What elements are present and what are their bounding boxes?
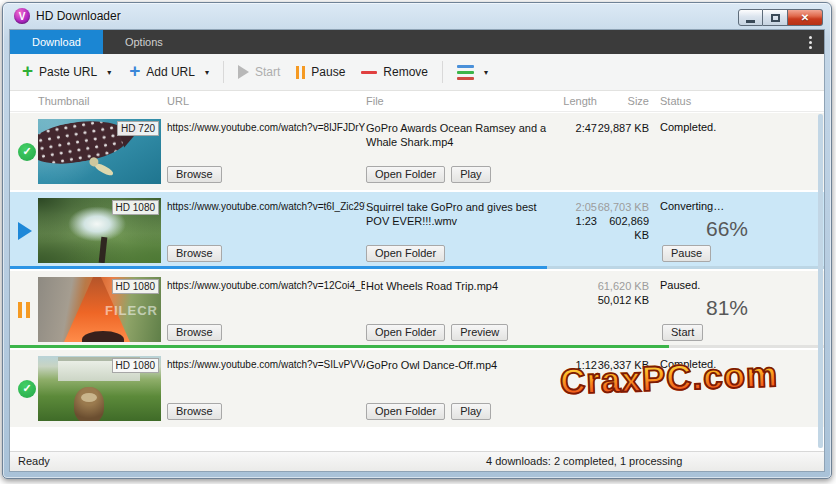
column-url[interactable]: URL	[167, 95, 189, 107]
paused-icon	[18, 302, 30, 318]
tab-options[interactable]: Options	[103, 30, 185, 54]
length-cell: 2:05 1:23	[540, 200, 597, 228]
app-window: V HD Downloader ✕ Download Options + Pas…	[2, 2, 832, 479]
add-url-label: Add URL	[146, 65, 195, 79]
progress-percent: 66%	[646, 217, 748, 241]
car-hood-graphic	[82, 331, 124, 342]
chevron-down-icon[interactable]: ▾	[107, 68, 111, 77]
play-button[interactable]: Play	[451, 403, 490, 420]
list-menu-icon	[457, 65, 474, 80]
table-row[interactable]: FILECR HD 1080 https://www.youtube.com/w…	[10, 271, 824, 348]
window-controls: ✕	[738, 9, 823, 26]
hd-badge: HD 1080	[112, 200, 159, 215]
close-icon: ✕	[801, 12, 809, 23]
column-length[interactable]: Length	[546, 95, 597, 107]
column-header-row: Thumbnail URL File Length Size Status	[10, 91, 824, 112]
playing-icon	[18, 222, 32, 240]
open-folder-button[interactable]: Open Folder	[366, 403, 445, 420]
video-thumbnail: HD 1080	[38, 198, 161, 263]
video-url: https://www.youtube.com/watch?v=12Coi4_B…	[167, 280, 365, 291]
video-thumbnail: HD 720	[38, 119, 161, 184]
app-logo-icon: V	[14, 8, 30, 24]
pause-row-button[interactable]: Pause	[662, 245, 711, 262]
paste-url-button[interactable]: + Paste URL ▾	[22, 65, 111, 79]
open-folder-button[interactable]: Open Folder	[366, 166, 445, 183]
video-url: https://www.youtube.com/watch?v=t6I_Zic2…	[167, 201, 365, 212]
status-cell: Converting…	[660, 200, 724, 212]
preview-button[interactable]: Preview	[451, 324, 508, 341]
file-name: Hot Wheels Road Trip.mp4	[366, 279, 556, 293]
column-status[interactable]: Status	[660, 95, 691, 107]
start-label: Start	[255, 65, 280, 79]
open-folder-button[interactable]: Open Folder	[366, 324, 445, 341]
table-row[interactable]: HD 1080 https://www.youtube.com/watch?v=…	[10, 192, 824, 269]
progress-percent: 81%	[646, 296, 748, 320]
table-row[interactable]: ✓ HD 720 https://www.youtube.com/watch?v…	[10, 113, 824, 190]
size-cell: 29,887 KB	[595, 121, 649, 135]
window-title: HD Downloader	[36, 9, 121, 23]
start-button[interactable]: Start	[238, 65, 280, 79]
hd-badge: HD 1080	[112, 279, 159, 294]
column-file[interactable]: File	[366, 95, 384, 107]
video-thumbnail: HD 1080	[38, 356, 161, 421]
play-icon	[238, 65, 249, 79]
kebab-menu-icon[interactable]	[809, 30, 812, 54]
minimize-icon	[746, 20, 755, 23]
file-name: Squirrel take GoPro and gives best POV E…	[366, 200, 556, 228]
hd-badge: HD 720	[117, 121, 159, 136]
remove-button[interactable]: Remove	[361, 65, 428, 79]
add-url-button[interactable]: + Add URL ▾	[129, 65, 209, 79]
window-content: Download Options + Paste URL ▾ + Add URL…	[9, 29, 825, 472]
chevron-down-icon[interactable]: ▾	[205, 68, 209, 77]
vertical-scrollbar[interactable]	[818, 114, 823, 448]
video-url: https://www.youtube.com/watch?v=SILvPVVA…	[167, 359, 365, 370]
toolbar-separator	[223, 61, 224, 83]
plus-icon: +	[129, 64, 140, 78]
close-button[interactable]: ✕	[788, 9, 823, 26]
owl-graphic	[74, 387, 104, 421]
pause-label: Pause	[311, 65, 345, 79]
list-menu-button[interactable]: ▾	[457, 65, 488, 80]
paste-url-label: Paste URL	[39, 65, 97, 79]
maximize-icon	[771, 14, 780, 22]
tab-download[interactable]: Download	[10, 30, 103, 54]
progress-bar	[10, 345, 669, 348]
completed-check-icon: ✓	[18, 143, 36, 161]
pause-button[interactable]: Pause	[296, 65, 345, 79]
status-summary-text: 4 downloads: 2 completed, 1 processing	[486, 455, 682, 467]
toolbar-separator	[442, 61, 443, 83]
browse-button[interactable]: Browse	[167, 324, 222, 341]
status-cell: Completed.	[660, 121, 716, 133]
minimize-button[interactable]	[738, 9, 763, 26]
download-list: ✓ HD 720 https://www.youtube.com/watch?v…	[10, 112, 824, 451]
remove-label: Remove	[383, 65, 428, 79]
status-bar: Ready 4 downloads: 2 completed, 1 proces…	[10, 451, 824, 471]
video-thumbnail: FILECR HD 1080	[38, 277, 161, 342]
chevron-down-icon: ▾	[484, 68, 488, 77]
diver-graphic	[94, 162, 115, 178]
file-name: GoPro Owl Dance-Off.mp4	[366, 358, 556, 372]
open-folder-button[interactable]: Open Folder	[366, 245, 445, 262]
start-row-button[interactable]: Start	[662, 324, 703, 341]
file-name: GoPro Awards Ocean Ramsey and a Whale Sh…	[366, 121, 556, 149]
size-cell: 68,703 KB 602,869 KB	[595, 200, 649, 242]
toolbar: + Paste URL ▾ + Add URL ▾ Start Pause	[10, 54, 824, 91]
plus-icon: +	[22, 64, 33, 78]
pause-icon	[296, 66, 305, 79]
titlebar[interactable]: V HD Downloader ✕	[3, 3, 831, 29]
column-thumbnail[interactable]: Thumbnail	[38, 95, 89, 107]
browse-button[interactable]: Browse	[167, 403, 222, 420]
play-button[interactable]: Play	[451, 166, 490, 183]
browse-button[interactable]: Browse	[167, 245, 222, 262]
thumb-watermark: FILECR	[105, 303, 158, 318]
column-size[interactable]: Size	[601, 95, 649, 107]
tab-strip: Download Options	[10, 30, 824, 54]
remove-icon	[361, 71, 377, 74]
browse-button[interactable]: Browse	[167, 166, 222, 183]
length-cell: 2:47	[540, 121, 597, 135]
maximize-button[interactable]	[763, 9, 788, 26]
status-cell: Paused.	[660, 279, 700, 291]
completed-check-icon: ✓	[18, 380, 36, 398]
logo-letter: V	[19, 11, 26, 22]
size-cell: 61,620 KB 50,012 KB	[595, 279, 649, 307]
